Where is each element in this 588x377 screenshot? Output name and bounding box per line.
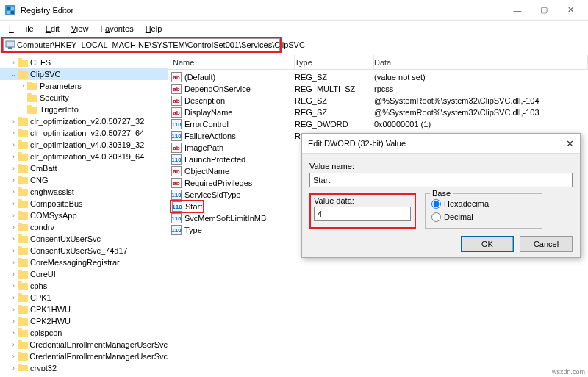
folder-icon bbox=[18, 340, 28, 349]
menu-favorites[interactable]: Favorites bbox=[94, 22, 139, 35]
tree-item[interactable]: TriggerInfo bbox=[0, 104, 168, 115]
regedit-icon bbox=[4, 4, 16, 16]
tree-item[interactable]: ›COMSysApp bbox=[0, 209, 168, 221]
ok-button[interactable]: OK bbox=[461, 236, 514, 252]
menu-file[interactable]: File bbox=[3, 22, 40, 35]
col-type[interactable]: Type bbox=[295, 55, 374, 69]
tree-item[interactable]: ›CLFS bbox=[0, 57, 168, 68]
value-data: @%SystemRoot%\system32\ClipSVC.dll,-103 bbox=[374, 108, 588, 117]
value-name: DisplayName bbox=[184, 108, 232, 117]
tree-item-label: crypt32 bbox=[30, 364, 57, 371]
close-button[interactable]: ✕ bbox=[557, 2, 584, 18]
tree-item[interactable]: ›CredentialEnrollmentManagerUserSvc bbox=[0, 351, 168, 362]
binary-icon: 110 bbox=[171, 190, 182, 200]
address-text: Computer\HKEY_LOCAL_MACHINE\SYSTEM\Contr… bbox=[17, 40, 305, 49]
value-data: (value not set) bbox=[374, 73, 588, 82]
tree-item[interactable]: ›CPK2HWU bbox=[0, 315, 168, 327]
folder-icon bbox=[18, 258, 28, 267]
table-row[interactable]: ab(Default)REG_SZ(value not set) bbox=[168, 71, 588, 83]
radio-hex[interactable]: Hexadecimal bbox=[431, 197, 533, 210]
string-icon: ab bbox=[171, 143, 182, 153]
minimize-button[interactable]: — bbox=[504, 2, 531, 18]
binary-icon: 110 bbox=[171, 119, 182, 129]
tree-item-label: TriggerInfo bbox=[40, 105, 79, 114]
tree-item-label: clr_optimization_v4.0.30319_64 bbox=[30, 152, 144, 161]
tree-item-label: Security bbox=[40, 93, 69, 102]
value-type: REG_MULTI_SZ bbox=[295, 85, 374, 93]
tree-item[interactable]: ›clr_optimization_v4.0.30319_32 bbox=[0, 139, 168, 151]
tree-item[interactable]: ›ConsentUxUserSvc_74d17 bbox=[0, 245, 168, 256]
folder-icon bbox=[18, 70, 28, 79]
tree-item-label: clr_optimization_v2.0.50727_32 bbox=[30, 117, 144, 126]
cancel-button[interactable]: Cancel bbox=[520, 236, 573, 252]
tree-item[interactable]: ›CPK1 bbox=[0, 292, 168, 304]
tree-item[interactable]: ›CoreUI bbox=[0, 268, 168, 280]
tree-item[interactable]: ›cplspcon bbox=[0, 327, 168, 339]
folder-icon bbox=[18, 317, 28, 326]
menu-help[interactable]: Help bbox=[140, 22, 168, 35]
tree-pane[interactable]: ›CLFS⌄ClipSVC›ParametersSecurityTriggerI… bbox=[0, 55, 168, 371]
table-row[interactable]: abDisplayNameREG_SZ@%SystemRoot%\system3… bbox=[168, 107, 588, 118]
tree-item[interactable]: ›CPK1HWU bbox=[0, 304, 168, 315]
dialog-title-bar[interactable]: Edit DWORD (32-bit) Value ✕ bbox=[302, 134, 580, 154]
svg-rect-4 bbox=[11, 11, 14, 14]
svg-rect-6 bbox=[8, 47, 12, 49]
radio-dec[interactable]: Decimal bbox=[431, 210, 533, 223]
radio-hex-input[interactable] bbox=[431, 199, 441, 209]
tree-item[interactable]: ›CompositeBus bbox=[0, 198, 168, 209]
binary-icon: 110 bbox=[171, 213, 182, 223]
binary-icon: 110 bbox=[172, 201, 182, 212]
tree-item[interactable]: ›CNG bbox=[0, 174, 168, 186]
tree-item-label: ClipSVC bbox=[30, 70, 61, 79]
menu-edit[interactable]: Edit bbox=[40, 22, 65, 35]
tree-item-label: clr_optimization_v2.0.50727_64 bbox=[30, 129, 144, 137]
tree-item[interactable]: ›cnghwassist bbox=[0, 186, 168, 198]
folder-icon bbox=[18, 293, 28, 302]
tree-item[interactable]: ⌄ClipSVC bbox=[0, 68, 168, 80]
folder-icon bbox=[18, 187, 28, 196]
tree-item[interactable]: ›clr_optimization_v2.0.50727_32 bbox=[0, 115, 168, 127]
svg-rect-1 bbox=[7, 7, 10, 10]
folder-icon bbox=[18, 246, 28, 255]
folder-icon bbox=[18, 328, 28, 337]
tree-item-label: Parameters bbox=[40, 82, 82, 90]
tree-item-label: cplspcon bbox=[30, 328, 62, 337]
dialog-close-icon[interactable]: ✕ bbox=[566, 138, 574, 149]
value-name-input[interactable] bbox=[309, 173, 573, 187]
value-type: REG_SZ bbox=[295, 108, 374, 117]
tree-item[interactable]: Security bbox=[0, 92, 168, 104]
tree-item[interactable]: ›ConsentUxUserSvc bbox=[0, 233, 168, 245]
tree-item[interactable]: ›CmBatt bbox=[0, 162, 168, 174]
dialog-title: Edit DWORD (32-bit) Value bbox=[308, 139, 406, 148]
tree-item[interactable]: ›CoreMessagingRegistrar bbox=[0, 256, 168, 268]
maximize-button[interactable]: ▢ bbox=[531, 2, 557, 18]
tree-item[interactable]: ›Parameters bbox=[0, 80, 168, 92]
svg-rect-5 bbox=[6, 41, 15, 47]
tree-item-label: CoreUI bbox=[30, 270, 56, 279]
tree-item[interactable]: ›condrv bbox=[0, 221, 168, 233]
menu-view[interactable]: View bbox=[65, 22, 95, 35]
value-data-label: Value data: bbox=[314, 196, 354, 205]
tree-item[interactable]: ›crypt32 bbox=[0, 362, 168, 371]
value-data-input[interactable] bbox=[314, 207, 411, 221]
table-row[interactable]: 110ErrorControlREG_DWORD0x00000001 (1) bbox=[168, 118, 588, 130]
folder-icon bbox=[27, 82, 37, 90]
tree-item[interactable]: ›clr_optimization_v4.0.30319_64 bbox=[0, 151, 168, 162]
tree-item[interactable]: ›cphs bbox=[0, 280, 168, 292]
tree-item-label: CPK1HWU bbox=[30, 305, 71, 314]
value-type: REG_SZ bbox=[295, 96, 374, 105]
tree-item[interactable]: ›clr_optimization_v2.0.50727_64 bbox=[0, 127, 168, 139]
folder-icon bbox=[18, 352, 28, 361]
col-name[interactable]: Name bbox=[168, 55, 295, 69]
table-row[interactable]: abDescriptionREG_SZ@%SystemRoot%\system3… bbox=[168, 95, 588, 107]
value-name: ServiceSidType bbox=[184, 190, 240, 199]
tree-item-label: CompositeBus bbox=[30, 199, 83, 208]
tree-item[interactable]: ›CredentialEnrollmentManagerUserSvc bbox=[0, 339, 168, 351]
address-bar[interactable]: Computer\HKEY_LOCAL_MACHINE\SYSTEM\Contr… bbox=[3, 38, 280, 51]
folder-icon bbox=[18, 281, 28, 290]
col-data[interactable]: Data bbox=[374, 55, 588, 69]
table-row[interactable]: abDependOnServiceREG_MULTI_SZrpcss bbox=[168, 83, 588, 95]
radio-dec-input[interactable] bbox=[431, 212, 441, 222]
tree-item-label: CPK1 bbox=[30, 293, 51, 302]
tree-item-label: cphs bbox=[30, 281, 47, 290]
